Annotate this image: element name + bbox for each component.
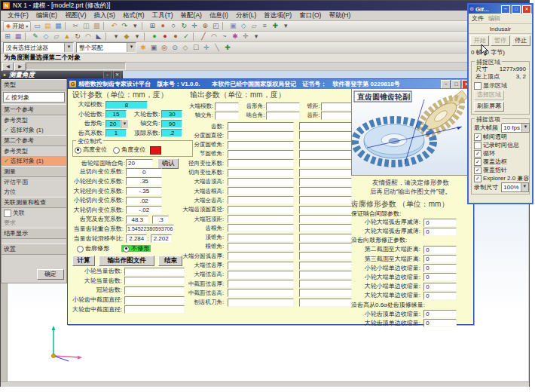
toolbar-icon[interactable]: ✎ [31,32,40,41]
value-field[interactable]: 0 [423,273,457,281]
section-first-reference[interactable]: 第一个参考 [2,104,66,115]
checkbox[interactable]: ✓ [474,158,482,166]
value-field[interactable]: -.35 [126,187,162,195]
toolbar-icon[interactable]: ● [160,32,170,41]
menu-item[interactable]: 编辑 [488,14,500,23]
menu-item[interactable]: 信息(I) [206,11,232,20]
output-field-gear[interactable] [299,169,352,177]
associative-checkbox-row[interactable]: 关联 [2,208,66,218]
toolbar-icon[interactable]: ✱ [231,32,240,41]
value-field[interactable]: 0 [423,264,457,272]
output-field-pinion[interactable] [228,289,294,297]
toolbar-icon[interactable]: ▥ [92,22,101,30]
maximize-icon[interactable]: □ [512,5,521,14]
value-field[interactable]: .02 [126,197,162,205]
toolbar-icon[interactable] [142,22,145,30]
out-shaft-field[interactable] [215,112,239,120]
output-field-pinion[interactable] [228,196,294,204]
toolbar-icon[interactable]: ▣ [149,44,158,52]
toolbar-icon[interactable]: ◫ [81,22,90,30]
output-field-pinion[interactable] [228,271,294,279]
minimize-icon[interactable]: − [441,80,451,89]
menu-item[interactable]: 工具(T) [148,11,177,20]
output-field-pinion[interactable] [228,169,294,177]
select-object-1[interactable]: ✓选择对象 (1) [2,125,66,135]
section-results[interactable]: 结果显示 [2,228,66,239]
toolbar-icon[interactable]: ✚ [271,22,280,30]
start-button[interactable]: ◈ 开始 ▾ [3,21,31,32]
toolbar-icon[interactable]: ▱ [52,32,61,41]
menu-item[interactable]: 视图(V) [61,11,90,20]
toolbar-icon[interactable]: ▤ [43,22,52,30]
facewidth-field[interactable]: 48.3 [126,216,148,224]
checkbox[interactable] [474,142,482,149]
toolbar-icon[interactable]: ◇ [181,44,190,52]
output-field-pinion[interactable] [228,122,294,130]
minimize-icon[interactable]: − [501,5,510,14]
menu-item[interactable]: 首选项(P) [260,11,295,20]
value-field[interactable]: 0 [423,319,457,327]
toolbar-icon[interactable]: ◎ [160,44,169,52]
orientation-row[interactable]: 方位 [2,187,66,197]
output-field-pinion[interactable] [228,206,294,214]
output-field-pinion[interactable] [228,262,294,270]
selection-filter-dropdown[interactable]: 没有选择过滤器 ▼ [3,42,74,53]
close-icon[interactable]: ✕ [522,5,531,14]
pinion-teeth-field[interactable]: 15 [105,110,127,118]
calculate-button[interactable]: 计算 [72,256,95,266]
output-field-gear[interactable] [299,299,352,307]
toolbar-icon[interactable]: ▾ [281,22,290,30]
toolbar-icon[interactable]: ▾ [252,32,261,41]
toolbar-icon[interactable]: ◣ [94,32,103,41]
output-field-gear[interactable] [299,159,352,167]
facewidth-coef-field[interactable]: .3 [152,216,169,224]
output-field-gear[interactable] [299,243,352,251]
checkbox[interactable]: ✓ [474,150,482,158]
pressure-angle-field[interactable]: 20 [105,120,121,128]
toolbar-icon[interactable] [193,32,197,41]
section-settings[interactable]: 设置 [2,243,66,255]
section-measure[interactable]: 测量 [2,166,66,177]
output-field-pinion[interactable] [228,299,294,307]
output-field-gear[interactable] [299,196,352,204]
menu-item[interactable]: 装配(A) [177,11,206,20]
menu-item[interactable]: 分析(L) [232,11,260,20]
radio-no-mod[interactable]: 不修形 [121,245,151,252]
output-field-gear[interactable] [299,206,352,214]
option-row[interactable]: ✓ 覆盖指针 [474,166,527,174]
output-field-gear[interactable] [299,262,352,270]
toolbar-icon[interactable]: ~ [220,32,229,41]
toolbar-icon[interactable]: ⊞ [3,32,12,41]
select-object-2-active[interactable]: ✓选择对象 (1) [2,156,66,166]
menu-item[interactable]: 格式(R) [119,11,148,20]
toolbar-icon[interactable]: ✚ [223,44,232,52]
output-field-gear[interactable] [299,150,352,158]
slide-ratio-2-field[interactable]: 2.202 [151,234,172,243]
output-field-pinion[interactable] [228,234,294,242]
toolbar-icon[interactable]: ↷ [120,22,129,30]
toolbar-icon[interactable]: ☐ [191,44,200,52]
output-field-pinion[interactable] [228,224,294,232]
checkbox[interactable]: ✓ [474,167,482,174]
output-field-pinion[interactable] [228,178,294,186]
radio-height-shift[interactable]: 高度变位 [75,146,107,153]
radio-angle-shift[interactable]: 角度变位 [113,146,145,153]
toolbar-icon[interactable]: ✛ [241,32,250,41]
toolbar-icon[interactable]: ◇ [239,22,248,30]
checkbox[interactable] [4,210,11,217]
toolbar-icon[interactable]: ◇ [41,32,50,41]
toolbar-icon[interactable]: ▲ [63,32,72,41]
value-field[interactable]: 0 [126,168,162,176]
value-field[interactable]: 0 [423,255,457,263]
output-field-gear[interactable] [299,178,352,186]
checkbox[interactable] [474,82,482,90]
eval-plane-row[interactable]: 评估平面 [2,177,66,187]
menu-item[interactable]: 文件 [472,14,484,23]
toolbar-icon[interactable]: ⊙ [170,44,179,52]
type-dropdown[interactable]: ∠ 按对象 [3,92,65,103]
out-pa-field[interactable] [266,103,300,111]
toolbar-icon[interactable]: ⊞ [148,22,157,30]
toolbar-icon[interactable]: ≡ [260,22,269,30]
toolbar-icon[interactable]: ↻ [73,32,82,41]
toolbar-icon[interactable]: ◆ [122,32,131,41]
